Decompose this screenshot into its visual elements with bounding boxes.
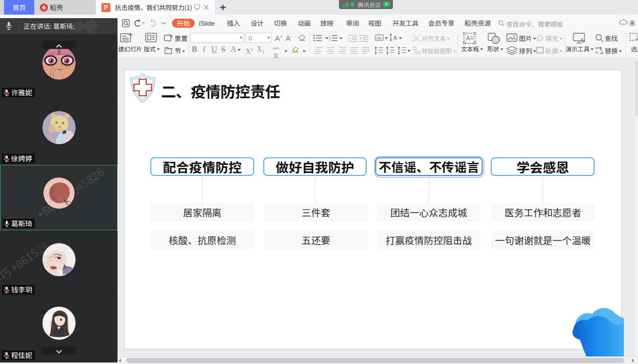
- svg-text:A: A: [595, 49, 598, 55]
- svg-text:3: 3: [329, 39, 330, 42]
- svg-text:B: B: [600, 47, 602, 52]
- svg-text:AB: AB: [376, 35, 382, 40]
- svg-text:A: A: [393, 33, 397, 41]
- svg-text:A: A: [466, 33, 470, 42]
